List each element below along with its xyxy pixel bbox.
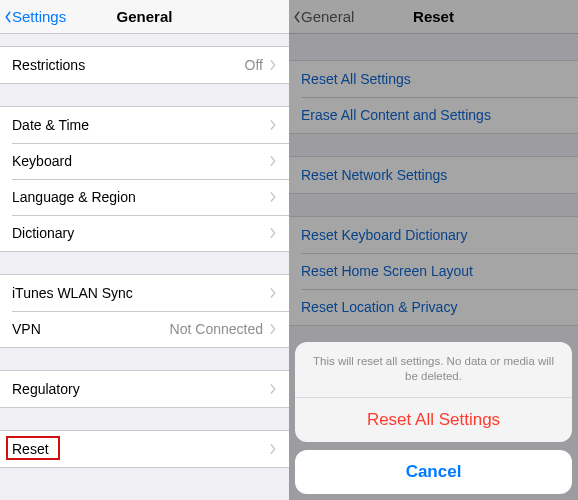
row-label: iTunes WLAN Sync bbox=[12, 285, 269, 301]
row-label: Keyboard bbox=[12, 153, 269, 169]
settings-row-date-time[interactable]: Date & Time bbox=[0, 107, 289, 143]
back-to-settings[interactable]: Settings bbox=[4, 8, 66, 25]
settings-row-vpn[interactable]: VPNNot Connected bbox=[0, 311, 289, 347]
chevron-right-icon bbox=[269, 227, 277, 239]
settings-row-language-region[interactable]: Language & Region bbox=[0, 179, 289, 215]
action-sheet: This will reset all settings. No data or… bbox=[295, 342, 572, 494]
settings-row-regulatory[interactable]: Regulatory bbox=[0, 371, 289, 407]
settings-group: Regulatory bbox=[0, 370, 289, 408]
reset-all-settings-button[interactable]: Reset All Settings bbox=[295, 398, 572, 442]
row-label: Language & Region bbox=[12, 189, 269, 205]
row-label: Restrictions bbox=[12, 57, 245, 73]
action-sheet-message: This will reset all settings. No data or… bbox=[295, 342, 572, 398]
chevron-right-icon bbox=[269, 443, 277, 455]
settings-row-restrictions[interactable]: RestrictionsOff bbox=[0, 47, 289, 83]
navbar-general: Settings General bbox=[0, 0, 289, 34]
row-label: Date & Time bbox=[12, 117, 269, 133]
back-label: Settings bbox=[12, 8, 66, 25]
chevron-right-icon bbox=[269, 191, 277, 203]
settings-group: Date & TimeKeyboardLanguage & RegionDict… bbox=[0, 106, 289, 252]
settings-group: RestrictionsOff bbox=[0, 46, 289, 84]
settings-group: iTunes WLAN SyncVPNNot Connected bbox=[0, 274, 289, 348]
chevron-right-icon bbox=[269, 59, 277, 71]
chevron-right-icon bbox=[269, 287, 277, 299]
settings-row-dictionary[interactable]: Dictionary bbox=[0, 215, 289, 251]
action-sheet-card: This will reset all settings. No data or… bbox=[295, 342, 572, 442]
row-label: Regulatory bbox=[12, 381, 269, 397]
chevron-right-icon bbox=[269, 383, 277, 395]
reset-screen: General Reset Reset All SettingsErase Al… bbox=[289, 0, 578, 500]
settings-row-keyboard[interactable]: Keyboard bbox=[0, 143, 289, 179]
chevron-right-icon bbox=[269, 323, 277, 335]
row-label: Dictionary bbox=[12, 225, 269, 241]
settings-row-itunes-wlan-sync[interactable]: iTunes WLAN Sync bbox=[0, 275, 289, 311]
cancel-button[interactable]: Cancel bbox=[295, 450, 572, 494]
chevron-left-icon bbox=[4, 11, 12, 23]
row-label: VPN bbox=[12, 321, 170, 337]
settings-group: Reset bbox=[0, 430, 289, 468]
chevron-right-icon bbox=[269, 155, 277, 167]
chevron-right-icon bbox=[269, 119, 277, 131]
row-value: Not Connected bbox=[170, 321, 263, 337]
page-title: General bbox=[117, 8, 173, 25]
row-value: Off bbox=[245, 57, 263, 73]
settings-row-reset[interactable]: Reset bbox=[0, 431, 289, 467]
general-settings-screen: Settings General RestrictionsOffDate & T… bbox=[0, 0, 289, 500]
row-label: Reset bbox=[12, 441, 269, 457]
